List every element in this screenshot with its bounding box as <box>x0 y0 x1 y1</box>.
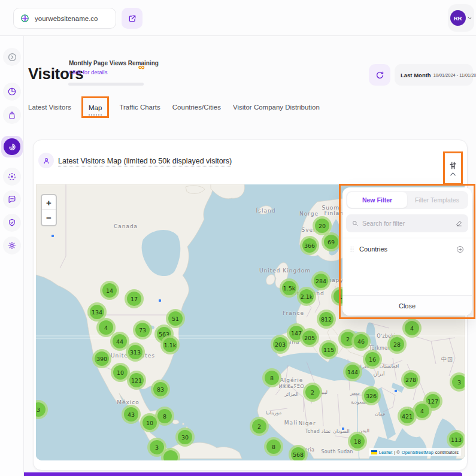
user-menu[interactable]: RR <box>448 4 474 32</box>
map-cluster-marker[interactable]: 113 <box>447 430 465 449</box>
open-website-button[interactable] <box>122 8 143 29</box>
chevron-up-icon[interactable] <box>449 171 457 177</box>
map-zoom-control: + − <box>41 194 57 226</box>
filter-panel-tabs: New Filter Filter Templates <box>346 191 468 209</box>
map-cluster-marker[interactable]: 69 <box>322 232 341 251</box>
map-cluster-marker[interactable]: 390 <box>92 349 111 368</box>
refresh-button[interactable] <box>369 64 390 86</box>
attribution-suffix: contributors <box>435 450 459 455</box>
cluster-count: 284 <box>314 274 328 288</box>
map-cluster-marker[interactable]: 1.5k <box>280 278 299 298</box>
person-pin-icon <box>42 156 51 165</box>
zoom-in-button[interactable]: + <box>42 195 56 210</box>
tab-traffic-charts[interactable]: Traffic Charts <box>119 104 160 111</box>
map-cluster-marker[interactable]: 46 <box>351 332 371 351</box>
sidebar-item-settings[interactable] <box>3 237 21 254</box>
sidebar-item-security[interactable] <box>3 214 21 232</box>
shield-check-icon <box>7 217 17 228</box>
cluster-count: 18 <box>350 434 365 448</box>
tab-filter-templates[interactable]: Filter Templates <box>407 192 467 208</box>
map-cluster-marker[interactable]: 568 <box>289 445 308 460</box>
map-cluster-marker[interactable]: 278 <box>401 370 420 389</box>
drag-handle-icon[interactable] <box>350 245 354 253</box>
map-cluster-marker[interactable]: 366 <box>300 236 319 255</box>
map-cluster-marker[interactable]: 8 <box>264 437 283 456</box>
cluster-count: 313 <box>128 345 143 359</box>
tab-map[interactable]: Map <box>89 104 102 116</box>
cluster-count: 16 <box>365 352 380 366</box>
cluster-count: 203 <box>273 337 287 351</box>
map-cluster-marker[interactable]: 73 <box>133 320 152 339</box>
map-place-label: السودان <box>333 429 350 434</box>
map-cluster-marker[interactable]: 1.1k <box>160 335 180 354</box>
map-cluster-marker[interactable]: 43 <box>122 405 141 424</box>
map-cluster-marker[interactable]: 313 <box>126 342 145 362</box>
map-cluster-marker[interactable]: 421 <box>398 407 417 426</box>
filter-item-countries[interactable]: Countries <box>346 238 468 260</box>
map-cluster-marker[interactable]: 205 <box>300 328 319 347</box>
map-cluster-marker[interactable]: 203 <box>271 335 290 354</box>
map-cluster-marker[interactable]: 2.1k <box>297 287 316 306</box>
cluster-count: 20 <box>315 219 329 233</box>
cluster-count: 113 <box>449 432 463 447</box>
close-button[interactable]: Close <box>399 302 416 310</box>
tab-latest-visitors[interactable]: Latest Visitors <box>28 104 71 111</box>
sidebar-item-goals[interactable] <box>3 168 21 186</box>
map-cluster-marker[interactable]: 115 <box>319 340 338 359</box>
sidebar-item-visitors-active[interactable] <box>1 136 23 157</box>
map-cluster-marker[interactable]: 144 <box>343 362 362 381</box>
sidebar-item-orders[interactable] <box>3 106 21 124</box>
tab-new-filter[interactable]: New Filter <box>347 192 407 208</box>
add-filter-icon[interactable] <box>456 245 465 254</box>
tab-visitor-company-distribution[interactable]: Visitor Company Distribution <box>233 104 320 111</box>
clear-search-icon[interactable] <box>455 220 463 228</box>
chat-bubble-icon <box>7 194 17 205</box>
cluster-count: 121 <box>129 373 144 387</box>
map-cluster-marker[interactable]: 3 <box>450 372 465 392</box>
zoom-out-button[interactable]: − <box>42 210 56 225</box>
cluster-count: 2.1k <box>299 289 314 304</box>
map-cluster-marker[interactable]: 2 <box>250 417 269 436</box>
map-place-label: Canada <box>114 223 138 229</box>
cluster-count: 8 <box>157 409 172 423</box>
map-cluster-marker[interactable]: 83 <box>151 380 170 399</box>
map-cluster-marker[interactable]: 14 <box>100 281 119 300</box>
map-place-label: ⵍⵣⵣⴰⵢⴻⵔ <box>279 384 305 389</box>
sidebar-item-chat[interactable] <box>3 190 21 208</box>
date-range-picker[interactable]: Last Month 10/01/2024 - 11/01/2024 <box>395 64 473 86</box>
map-cluster-marker[interactable]: 326 <box>362 386 381 405</box>
map-point-marker[interactable] <box>342 428 344 430</box>
map-cluster-marker[interactable]: 121 <box>127 371 146 390</box>
page-views-details-link[interactable]: Click for details <box>69 69 107 75</box>
map-place-label: Tchad تشاد <box>305 429 331 434</box>
map-cluster-marker[interactable]: 2 <box>303 383 322 402</box>
map-cluster-marker[interactable]: 18 <box>348 432 367 451</box>
map-point-marker[interactable] <box>51 235 54 237</box>
sidebar-collapse-toggle[interactable] <box>3 48 21 66</box>
map-point-marker[interactable] <box>395 390 397 392</box>
map-cluster-marker[interactable]: 4 <box>402 319 422 338</box>
cluster-count: 1.1k <box>163 338 177 352</box>
page-views-label: Monthly Page Views Remaining <box>69 60 159 66</box>
website-selector[interactable]: yourwebsitename.co <box>13 8 116 29</box>
map-cluster-marker[interactable]: 28 <box>387 335 407 354</box>
map-point-marker[interactable] <box>159 299 161 302</box>
map-cluster-marker[interactable]: 8 <box>262 368 281 387</box>
next-section-edge <box>13 472 462 476</box>
leaflet-link[interactable]: Leaflet <box>379 450 393 455</box>
filter-search-input[interactable] <box>362 220 451 227</box>
openstreetmap-link[interactable]: OpenStreetMap <box>402 450 433 455</box>
collapse-arrow-icon <box>7 51 18 63</box>
map-cluster-marker[interactable]: 10 <box>140 413 159 432</box>
page-views-progress-bar <box>68 83 144 86</box>
map-cluster-marker[interactable]: 812 <box>317 310 336 329</box>
map-cluster-marker[interactable]: 30 <box>175 428 195 447</box>
filter-sliders-icon[interactable] <box>448 160 458 171</box>
map-card-title: Latest Visitors Map (limited to 50k disp… <box>58 157 232 165</box>
sidebar-item-analytics[interactable] <box>3 83 21 101</box>
tab-countries-cities[interactable]: Countries/Cities <box>172 104 221 111</box>
sidebar-nav <box>0 36 24 476</box>
map-cluster-marker[interactable]: 17 <box>125 289 144 308</box>
map-cluster-marker[interactable]: 284 <box>311 271 331 290</box>
map-cluster-marker[interactable]: 16 <box>363 350 382 369</box>
